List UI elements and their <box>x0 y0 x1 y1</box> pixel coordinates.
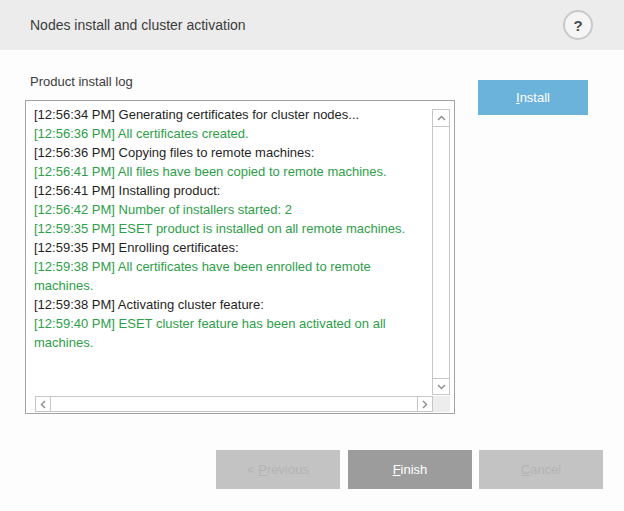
log-label: Product install log <box>30 74 133 89</box>
cancel-button-label: Cancel <box>521 462 561 477</box>
scrollbar-corner <box>433 396 450 412</box>
log-entry: [12:56:41 PM] Installing product: <box>34 181 431 200</box>
log-entry: [12:59:35 PM] ESET product is installed … <box>34 219 431 238</box>
log-entry: [12:59:38 PM] Activating cluster feature… <box>34 295 431 314</box>
scroll-up-button[interactable] <box>433 110 449 127</box>
install-log-pane[interactable]: [12:56:34 PM] Generating certificates fo… <box>25 100 455 414</box>
log-entry: [12:56:41 PM] All files have been copied… <box>34 162 431 181</box>
help-button[interactable]: ? <box>563 10 593 40</box>
log-entry: [12:59:35 PM] Enrolling certificates: <box>34 238 431 257</box>
previous-button-label: < Previous <box>247 462 309 477</box>
scroll-left-button[interactable] <box>36 397 51 411</box>
previous-button[interactable]: < Previous <box>216 450 340 489</box>
scroll-right-button[interactable] <box>417 397 432 411</box>
log-entry: [12:56:36 PM] All certificates created. <box>34 124 431 143</box>
page-title: Nodes install and cluster activation <box>30 17 246 33</box>
install-button-label: Install <box>516 90 550 105</box>
install-log-text: [12:56:34 PM] Generating certificates fo… <box>34 105 431 352</box>
scroll-down-button[interactable] <box>433 378 449 394</box>
question-mark-icon: ? <box>565 12 591 38</box>
chevron-left-icon <box>40 400 46 409</box>
log-entry: [12:59:38 PM] All certificates have been… <box>34 257 431 295</box>
install-button[interactable]: Install <box>478 80 588 115</box>
log-entry: [12:56:34 PM] Generating certificates fo… <box>34 105 431 124</box>
chevron-up-icon <box>437 115 446 121</box>
horizontal-scrollbar[interactable] <box>35 396 433 412</box>
chevron-right-icon <box>422 400 428 409</box>
finish-button[interactable]: Finish <box>348 450 472 489</box>
chevron-down-icon <box>437 384 446 390</box>
wizard-dialog: Nodes install and cluster activation ? P… <box>0 0 624 511</box>
log-entry: [12:59:40 PM] ESET cluster feature has b… <box>34 314 431 352</box>
log-entry: [12:56:42 PM] Number of installers start… <box>34 200 431 219</box>
finish-button-label: Finish <box>393 462 428 477</box>
log-entry: [12:56:36 PM] Copying files to remote ma… <box>34 143 431 162</box>
vertical-scrollbar[interactable] <box>432 109 450 395</box>
cancel-button[interactable]: Cancel <box>479 450 603 489</box>
header-bar: Nodes install and cluster activation ? <box>0 0 624 50</box>
